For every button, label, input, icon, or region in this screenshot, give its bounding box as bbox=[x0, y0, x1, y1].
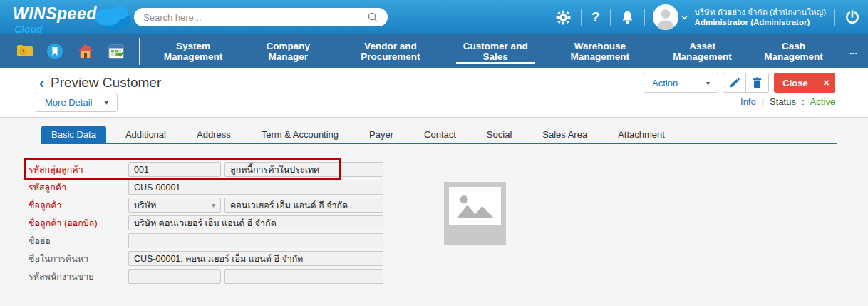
topbar: WINSpeed Cloud bbox=[0, 0, 868, 34]
page-header: ‹ Preview Customer More Detail ▾ Action … bbox=[0, 68, 868, 118]
divider bbox=[610, 9, 611, 26]
customer-group-code-input[interactable] bbox=[128, 162, 221, 177]
avatar bbox=[653, 4, 678, 30]
divider bbox=[139, 38, 140, 65]
delete-button[interactable] bbox=[745, 73, 769, 93]
user-role: Administrator (Administrator) bbox=[695, 17, 826, 27]
customer-code-input[interactable] bbox=[128, 180, 383, 195]
nav-item-more[interactable]: ... bbox=[839, 34, 868, 68]
divider: | bbox=[762, 96, 764, 107]
logo-text: WINSpeed bbox=[13, 4, 130, 24]
main-content: Basic Data Additional Address Term & Acc… bbox=[0, 118, 868, 306]
user-info: บริษัท ตัวอย่าง จำกัด (สำนักงานใหญ่) Adm… bbox=[695, 7, 826, 28]
field-label: ชื่อลูกค้า (ออกบิล) bbox=[29, 216, 128, 230]
name-prefix-select[interactable]: บริษัท ▾ bbox=[128, 198, 221, 213]
help-icon[interactable]: ? bbox=[589, 9, 602, 25]
settings-gear-icon[interactable] bbox=[554, 10, 573, 25]
status-label: Status bbox=[770, 96, 796, 107]
header-actions: Action ▾ Close × bbox=[644, 73, 835, 93]
customer-image-placeholder bbox=[444, 182, 506, 245]
winspeed-logo: WINSpeed Cloud bbox=[13, 4, 130, 35]
field-label: ชื่อลูกค้า bbox=[29, 198, 128, 213]
calendar-icon[interactable] bbox=[108, 43, 125, 60]
global-search bbox=[134, 8, 388, 26]
field-label: รหัสพนักงานขาย bbox=[29, 270, 128, 284]
short-name-input[interactable] bbox=[128, 233, 383, 248]
pencil-icon bbox=[729, 78, 740, 88]
module-menu: System Management Company Manager Vendor… bbox=[144, 34, 868, 68]
form-row-short-name: ชื่อย่อ bbox=[29, 233, 383, 248]
divider bbox=[644, 9, 645, 26]
customer-form: รหัสกลุ่มลูกค้า รหัสลูกค้า ชื่อลูกค้า บร… bbox=[29, 162, 383, 287]
tab-attachment[interactable]: Attachment bbox=[606, 126, 676, 143]
picture-icon bbox=[449, 187, 501, 225]
user-menu[interactable]: บริษัท ตัวอย่าง จำกัด (สำนักงานใหญ่) Adm… bbox=[653, 4, 826, 30]
recent-history-icon[interactable] bbox=[16, 43, 33, 60]
home-icon[interactable] bbox=[77, 43, 94, 60]
nav-item-cash-management[interactable]: Cash Management bbox=[748, 34, 838, 68]
search-icon[interactable] bbox=[367, 11, 378, 23]
field-label: รหัสกลุ่มลูกค้า bbox=[29, 163, 128, 177]
picture-frame-strip bbox=[449, 225, 501, 240]
company-name: บริษัท ตัวอย่าง จำกัด (สำนักงานใหญ่) bbox=[695, 7, 826, 17]
close-split-button[interactable]: Close × bbox=[774, 73, 835, 93]
form-row-customer-code: รหัสลูกค้า bbox=[29, 180, 383, 195]
divider bbox=[581, 9, 582, 26]
chevron-down-icon: ▾ bbox=[706, 79, 710, 87]
form-row-customer-name: ชื่อลูกค้า บริษัท ▾ bbox=[29, 198, 383, 213]
more-detail-button[interactable]: More Detail ▾ bbox=[36, 93, 118, 112]
nav-item-company-manager[interactable]: Company Manager bbox=[242, 34, 334, 68]
app-window: WINSpeed Cloud bbox=[0, 0, 868, 306]
customer-group-desc-input[interactable] bbox=[224, 162, 383, 177]
tab-address[interactable]: Address bbox=[185, 126, 242, 143]
back-navigation[interactable]: ‹ Preview Customer bbox=[39, 74, 161, 91]
module-navbar: System Management Company Manager Vendor… bbox=[0, 34, 868, 68]
customer-name-input[interactable] bbox=[224, 198, 383, 213]
field-label: รหัสลูกค้า bbox=[29, 180, 128, 195]
field-label: ชื่อในการค้นหา bbox=[29, 252, 128, 266]
tab-additional[interactable]: Additional bbox=[114, 126, 177, 143]
nav-item-customer-sales[interactable]: Customer and Sales bbox=[448, 34, 544, 68]
tab-bar: Basic Data Additional Address Term & Acc… bbox=[41, 126, 837, 144]
tab-social[interactable]: Social bbox=[475, 126, 523, 143]
salesperson-code-input[interactable] bbox=[128, 269, 221, 284]
chevron-down-icon bbox=[681, 15, 688, 20]
page-title: Preview Customer bbox=[51, 75, 161, 91]
billing-name-input[interactable] bbox=[128, 215, 383, 230]
info-link[interactable]: Info bbox=[740, 96, 756, 107]
close-button-label[interactable]: Close bbox=[774, 73, 817, 93]
status-badge: Active bbox=[810, 96, 835, 107]
bookmark-icon[interactable] bbox=[46, 43, 63, 60]
nav-item-system-management[interactable]: System Management bbox=[144, 34, 243, 68]
divider bbox=[834, 9, 835, 26]
field-label: ชื่อย่อ bbox=[29, 234, 128, 248]
edit-button[interactable] bbox=[723, 73, 746, 93]
chevron-down-icon: ▾ bbox=[105, 98, 108, 106]
tab-basic-data[interactable]: Basic Data bbox=[41, 126, 106, 143]
tab-payer[interactable]: Payer bbox=[358, 126, 405, 143]
quick-access-icons bbox=[16, 43, 125, 60]
colon: : bbox=[802, 96, 805, 107]
logo-subtext: Cloud bbox=[14, 24, 130, 35]
tab-term-accounting[interactable]: Term & Accounting bbox=[250, 126, 350, 143]
tab-sales-area[interactable]: Sales Area bbox=[531, 126, 599, 143]
nav-item-vendor-procurement[interactable]: Vendor and Procurement bbox=[334, 34, 448, 68]
notifications-bell-icon[interactable] bbox=[619, 10, 636, 24]
search-name-input[interactable] bbox=[128, 251, 383, 266]
topbar-right-controls: ? บริษัท ตัวอย่าง จำกัด (สำนักงานใหญ่) A… bbox=[554, 0, 862, 34]
trash-icon bbox=[752, 77, 763, 88]
back-chevron-icon: ‹ bbox=[39, 74, 44, 91]
salesperson-name-input[interactable] bbox=[224, 269, 383, 284]
form-row-search-name: ชื่อในการค้นหา bbox=[29, 251, 383, 266]
search-input[interactable] bbox=[143, 12, 367, 23]
nav-item-asset-management[interactable]: Asset Management bbox=[656, 34, 748, 68]
chevron-down-icon: ▾ bbox=[212, 201, 215, 209]
action-dropdown-button[interactable]: Action ▾ bbox=[644, 73, 718, 93]
logout-power-icon[interactable] bbox=[842, 9, 862, 25]
form-row-salesperson-code: รหัสพนักงานขาย bbox=[29, 269, 383, 284]
close-icon[interactable]: × bbox=[817, 73, 835, 93]
info-status-bar: Info | Status : Active bbox=[740, 96, 835, 107]
tab-contact[interactable]: Contact bbox=[413, 126, 467, 143]
form-row-billing-name: ชื่อลูกค้า (ออกบิล) bbox=[29, 215, 383, 230]
nav-item-warehouse-management[interactable]: Warehouse Management bbox=[544, 34, 656, 68]
